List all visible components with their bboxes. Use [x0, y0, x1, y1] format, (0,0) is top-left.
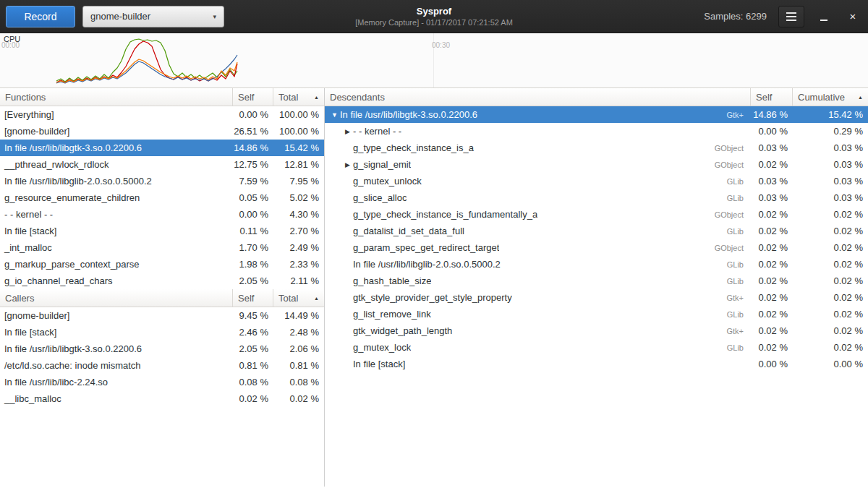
table-row[interactable]: g_list_remove_linkGLib0.02 %0.02 %: [325, 306, 868, 322]
total-percent: 15.42 %: [273, 142, 324, 153]
callers-table-body: [gnome-builder]9.45 %14.49 %In file [sta…: [0, 307, 324, 407]
sort-indicator-icon: ▲: [310, 95, 319, 100]
table-row[interactable]: In file /usr/lib/libc-2.24.so0.08 %0.08 …: [0, 374, 324, 390]
table-row[interactable]: _int_malloc1.70 %2.49 %: [0, 239, 324, 256]
table-row[interactable]: g_io_channel_read_chars2.05 %2.11 %: [0, 273, 324, 289]
column-header-descendants[interactable]: Descendants: [325, 88, 751, 106]
function-name: g_signal_emit: [353, 159, 411, 170]
column-header-self[interactable]: Self: [233, 289, 273, 307]
self-percent: 0.02 %: [751, 342, 793, 353]
column-header-total[interactable]: Total ▲: [273, 289, 324, 307]
self-percent: 0.02 %: [751, 292, 793, 303]
table-row[interactable]: g_slice_allocGLib0.03 %0.03 %: [325, 189, 868, 206]
table-row[interactable]: g_param_spec_get_redirect_targetGObject0…: [325, 239, 868, 256]
table-row[interactable]: /etc/ld.so.cache: inode mismatch0.81 %0.…: [0, 357, 324, 374]
total-percent: 0.02 %: [273, 393, 324, 404]
expander-open-icon[interactable]: ▼: [329, 111, 340, 119]
function-name: [gnome-builder]: [0, 126, 233, 137]
total-percent: 12.81 %: [273, 159, 324, 170]
table-row[interactable]: In file /usr/lib/libglib-2.0.so.0.5000.2…: [0, 173, 324, 189]
capture-subtitle: [Memory Capture] - 01/17/2017 07:21:52 A…: [355, 18, 513, 27]
column-header-functions[interactable]: Functions: [0, 88, 233, 106]
table-row[interactable]: In file /usr/lib/libgtk-3.so.0.2200.614.…: [0, 140, 324, 156]
menu-button[interactable]: [778, 6, 804, 27]
headerbar: Record gnome-builder ▾ Sysprof [Memory C…: [0, 0, 868, 33]
process-selector-dropdown[interactable]: gnome-builder ▾: [82, 6, 224, 27]
column-header-self[interactable]: Self: [751, 88, 793, 106]
table-row[interactable]: In file [stack]0.00 %0.00 %: [325, 356, 868, 372]
self-percent: 0.02 %: [751, 309, 793, 320]
table-row[interactable]: In file /usr/lib/libglib-2.0.so.0.5000.2…: [325, 256, 868, 273]
table-row[interactable]: [gnome-builder]9.45 %14.49 %: [0, 307, 324, 324]
table-row[interactable]: - - kernel - -0.00 %4.30 %: [0, 206, 324, 223]
function-name: __libc_malloc: [0, 393, 233, 404]
function-name: __pthread_rwlock_rdlock: [0, 159, 233, 170]
self-percent: 14.86 %: [751, 109, 793, 120]
function-name: In file /usr/lib/libgtk-3.so.0.2200.6: [0, 142, 233, 153]
function-name: In file /usr/lib/libgtk-3.so.0.2200.6: [0, 343, 233, 354]
expander-closed-icon[interactable]: ▶: [342, 128, 353, 135]
table-row[interactable]: In file /usr/lib/libgtk-3.so.0.2200.62.0…: [0, 341, 324, 357]
table-row[interactable]: In file [stack]0.11 %2.70 %: [0, 223, 324, 239]
library-category: GObject: [707, 144, 746, 153]
self-percent: 0.00 %: [751, 359, 793, 369]
library-category: Gtk+: [719, 111, 746, 119]
cumulative-percent: 15.42 %: [793, 109, 868, 120]
chevron-down-icon: ▾: [213, 13, 216, 20]
table-row[interactable]: __pthread_rwlock_rdlock12.75 %12.81 %: [0, 156, 324, 173]
right-pane: Descendants Self Cumulative ▲ ▼In file /…: [325, 88, 868, 487]
table-row[interactable]: ▶- - kernel - -0.00 %0.29 %: [325, 123, 868, 140]
descendants-table-header: Descendants Self Cumulative ▲: [325, 88, 868, 106]
function-name: g_hash_table_size: [353, 275, 431, 286]
table-row[interactable]: g_mutex_lockGLib0.02 %0.02 %: [325, 339, 868, 356]
function-name: g_param_spec_get_redirect_target: [353, 242, 499, 253]
sort-indicator-icon: ▲: [310, 296, 319, 301]
table-row[interactable]: g_type_check_instance_is_aGObject0.03 %0…: [325, 140, 868, 156]
table-row[interactable]: g_mutex_unlockGLib0.03 %0.03 %: [325, 173, 868, 189]
self-percent: 2.05 %: [233, 275, 273, 286]
table-row[interactable]: In file [stack]2.46 %2.48 %: [0, 324, 324, 341]
expander-closed-icon[interactable]: ▶: [342, 161, 353, 168]
table-row[interactable]: ▶g_signal_emitGObject0.02 %0.03 %: [325, 156, 868, 173]
descendants-table-body: ▼In file /usr/lib/libgtk-3.so.0.2200.6Gt…: [325, 106, 868, 372]
self-percent: 0.81 %: [233, 360, 273, 371]
column-header-self[interactable]: Self: [233, 88, 273, 106]
table-row[interactable]: [gnome-builder]26.51 %100.00 %: [0, 123, 324, 140]
table-row[interactable]: gtk_widget_path_lengthGtk+0.02 %0.02 %: [325, 322, 868, 339]
column-header-callers[interactable]: Callers: [0, 289, 233, 307]
main-content: Functions Self Total ▲ [Everything]0.00 …: [0, 88, 868, 487]
self-percent: 0.02 %: [751, 159, 793, 170]
cpu-graph-panel[interactable]: CPU 00:00 00:30: [0, 33, 868, 88]
function-name: g_datalist_id_set_data_full: [353, 226, 464, 236]
cumulative-percent: 0.02 %: [793, 292, 868, 303]
self-percent: 0.03 %: [751, 142, 793, 153]
table-row[interactable]: g_datalist_id_set_data_fullGLib0.02 %0.0…: [325, 223, 868, 239]
table-row[interactable]: g_resource_enumerate_children0.05 %5.02 …: [0, 189, 324, 206]
total-percent: 2.48 %: [273, 327, 324, 338]
function-name: gtk_style_provider_get_style_property: [353, 292, 512, 303]
table-row[interactable]: g_type_check_instance_is_fundamentally_a…: [325, 206, 868, 223]
column-header-total[interactable]: Total ▲: [273, 88, 324, 106]
table-row[interactable]: ▼In file /usr/lib/libgtk-3.so.0.2200.6Gt…: [325, 106, 868, 123]
table-row[interactable]: g_markup_parse_context_parse1.98 %2.33 %: [0, 256, 324, 273]
self-percent: 2.46 %: [233, 327, 273, 338]
cumulative-percent: 0.02 %: [793, 259, 868, 270]
table-row[interactable]: g_hash_table_sizeGLib0.02 %0.02 %: [325, 273, 868, 289]
table-row[interactable]: __libc_malloc0.02 %0.02 %: [0, 390, 324, 407]
close-button[interactable]: ×: [843, 7, 862, 26]
minimize-icon: [820, 20, 827, 21]
self-percent: 7.59 %: [233, 176, 273, 187]
self-percent: 0.00 %: [233, 209, 273, 220]
function-name: g_list_remove_link: [353, 309, 431, 320]
library-category: GLib: [720, 177, 746, 186]
record-button[interactable]: Record: [6, 6, 75, 27]
minimize-button[interactable]: [814, 7, 833, 26]
function-name: g_type_check_instance_is_a: [353, 142, 474, 153]
library-category: GLib: [720, 277, 746, 286]
column-header-cumulative[interactable]: Cumulative ▲: [793, 88, 868, 106]
total-percent: 2.06 %: [273, 343, 324, 354]
table-row[interactable]: [Everything]0.00 %100.00 %: [0, 106, 324, 123]
table-row[interactable]: gtk_style_provider_get_style_propertyGtk…: [325, 289, 868, 306]
function-name: In file /usr/lib/libglib-2.0.so.0.5000.2: [0, 176, 233, 187]
self-percent: 0.05 %: [233, 192, 273, 203]
